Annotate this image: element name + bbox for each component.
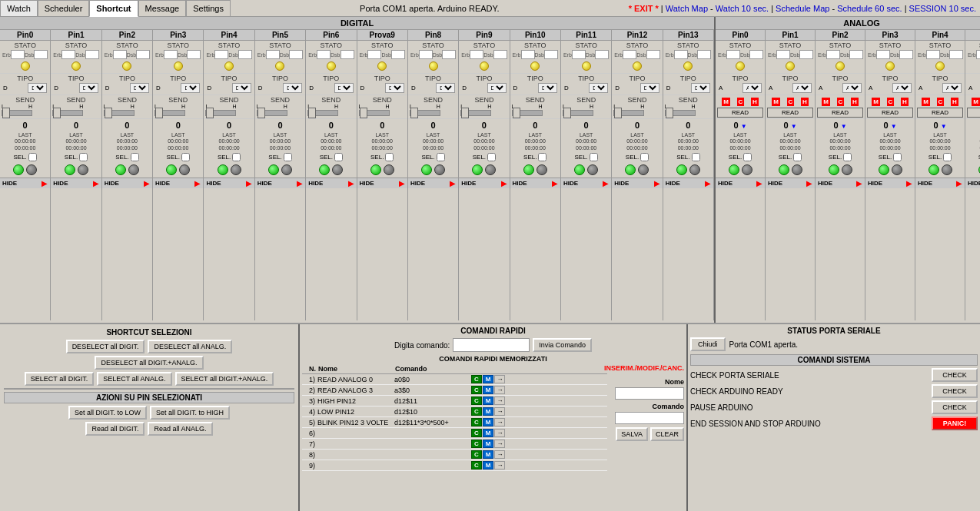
- tipo-select-12[interactable]: DP: [640, 83, 659, 93]
- sistema-btn-0[interactable]: CHECK: [932, 368, 978, 382]
- c-btn-1[interactable]: C: [471, 386, 482, 394]
- send-slider-7[interactable]: [359, 110, 390, 116]
- watch-map-link[interactable]: Watch Map: [666, 4, 708, 13]
- dsb-input-0[interactable]: [34, 50, 48, 59]
- asel-check-2[interactable]: [843, 153, 852, 161]
- select-analg-btn[interactable]: SELECT all ANALG.: [97, 372, 171, 386]
- aread-btn-5[interactable]: READ: [967, 108, 980, 118]
- asel-check-4[interactable]: [943, 153, 952, 161]
- arrow-btn-6[interactable]: →: [494, 440, 505, 448]
- tab-shortcut[interactable]: Shortcut: [89, 0, 138, 17]
- sel-check-10[interactable]: [538, 153, 546, 161]
- dsb-input-6[interactable]: [341, 50, 354, 59]
- dsb-input-2[interactable]: [136, 50, 150, 59]
- sel-check-1[interactable]: [79, 153, 88, 161]
- select-both-btn[interactable]: SELECT all DIGIT.+ANALG.: [175, 372, 274, 386]
- tipo-select-10[interactable]: DP: [538, 83, 557, 93]
- aread-btn-3[interactable]: READ: [867, 108, 913, 118]
- sel-check-12[interactable]: [640, 153, 649, 161]
- set-low-btn[interactable]: Set all DIGIT. to LOW: [68, 406, 147, 420]
- send-slider-9[interactable]: [460, 110, 491, 116]
- invia-btn[interactable]: Invia Comando: [533, 338, 592, 352]
- atipo-select-2[interactable]: AD: [842, 83, 862, 93]
- tipo-select-13[interactable]: DP: [691, 83, 710, 93]
- m-btn-3[interactable]: M: [483, 407, 494, 416]
- send-slider-1[interactable]: [52, 110, 83, 116]
- aerb-input-4[interactable]: [926, 50, 940, 59]
- deselect-digit-btn[interactable]: DESELECT all DIGIT.: [66, 340, 145, 353]
- arrow-btn-5[interactable]: →: [494, 429, 505, 437]
- c-btn-3[interactable]: C: [471, 407, 482, 416]
- dsb-input-1[interactable]: [85, 50, 99, 59]
- arrow-btn-1[interactable]: →: [494, 386, 505, 394]
- atipo-select-4[interactable]: AD: [942, 83, 962, 93]
- tipo-select-7[interactable]: DP: [385, 83, 404, 93]
- erb-input-8[interactable]: [419, 50, 433, 59]
- deselect-analg-btn[interactable]: DESELECT all ANALG.: [148, 340, 232, 353]
- session-10-link[interactable]: SESSION 10 sec.: [909, 4, 976, 13]
- m-btn-6[interactable]: M: [483, 440, 494, 448]
- sel-check-8[interactable]: [437, 153, 445, 161]
- erb-input-3[interactable]: [164, 50, 178, 59]
- aread-btn-0[interactable]: READ: [717, 108, 763, 118]
- tab-message[interactable]: Message: [138, 0, 187, 17]
- erb-input-5[interactable]: [266, 50, 280, 59]
- erb-input-6[interactable]: [317, 50, 331, 59]
- sistema-btn-2[interactable]: CHECK: [932, 400, 978, 414]
- m-btn-7[interactable]: M: [483, 450, 494, 459]
- sel-check-5[interactable]: [284, 153, 292, 161]
- m-btn-4[interactable]: M: [483, 418, 494, 426]
- dsb-input-10[interactable]: [544, 50, 558, 59]
- dsb-input-9[interactable]: [493, 50, 507, 59]
- m-btn-5[interactable]: M: [483, 429, 494, 437]
- tipo-select-8[interactable]: DP: [436, 83, 455, 93]
- c-btn-8[interactable]: C: [471, 461, 482, 470]
- aerb-input-2[interactable]: [826, 50, 840, 59]
- send-slider-10[interactable]: [512, 110, 543, 116]
- dsb-input-8[interactable]: [442, 50, 456, 59]
- dsb-input-5[interactable]: [289, 50, 303, 59]
- adsb-input-0[interactable]: [749, 50, 763, 59]
- asel-check-3[interactable]: [893, 153, 902, 161]
- sel-check-9[interactable]: [487, 153, 496, 161]
- c-btn-5[interactable]: C: [471, 429, 482, 437]
- tipo-select-11[interactable]: DP: [589, 83, 608, 93]
- tipo-select-1[interactable]: DP: [79, 83, 98, 93]
- clear-btn[interactable]: CLEAR: [650, 427, 684, 441]
- send-slider-12[interactable]: [613, 110, 644, 116]
- tipo-select-5[interactable]: DP: [283, 83, 302, 93]
- comando-input[interactable]: [615, 412, 684, 424]
- exit-link[interactable]: * EXIT *: [629, 4, 659, 13]
- adsb-input-4[interactable]: [949, 50, 963, 59]
- erb-input-13[interactable]: [674, 50, 688, 59]
- dsb-input-3[interactable]: [187, 50, 201, 59]
- deselect-both-btn[interactable]: DESELECT all DIGIT.+ANALG.: [95, 356, 203, 370]
- atipo-select-0[interactable]: AD: [742, 83, 762, 93]
- sel-check-0[interactable]: [28, 153, 37, 161]
- dsb-input-4[interactable]: [238, 50, 252, 59]
- send-slider-11[interactable]: [563, 110, 593, 116]
- sel-check-6[interactable]: [334, 153, 343, 161]
- send-slider-4[interactable]: [205, 110, 236, 116]
- tab-watch[interactable]: Watch: [0, 0, 38, 17]
- m-btn-8[interactable]: M: [483, 461, 494, 470]
- adsb-input-2[interactable]: [849, 50, 863, 59]
- tipo-select-9[interactable]: DP: [487, 83, 507, 93]
- schedule-60-link[interactable]: Schedule 60 sec.: [837, 4, 902, 13]
- aerb-input-1[interactable]: [776, 50, 790, 59]
- cmd-input-field[interactable]: [453, 338, 530, 352]
- send-slider-5[interactable]: [257, 110, 287, 116]
- erb-input-11[interactable]: [572, 50, 586, 59]
- send-slider-13[interactable]: [665, 110, 696, 116]
- tipo-select-6[interactable]: DP: [334, 83, 354, 93]
- aread-btn-1[interactable]: READ: [767, 108, 813, 118]
- send-slider-3[interactable]: [154, 110, 185, 116]
- c-btn-0[interactable]: C: [471, 375, 482, 383]
- salva-btn[interactable]: SALVA: [616, 427, 648, 441]
- m-btn-1[interactable]: M: [483, 386, 494, 394]
- erb-input-7[interactable]: [367, 50, 381, 59]
- inserim-link[interactable]: INSERIM./MODIF./CANC.: [604, 364, 684, 372]
- erb-input-0[interactable]: [11, 50, 25, 59]
- erb-input-1[interactable]: [61, 50, 75, 59]
- sel-check-11[interactable]: [590, 153, 598, 161]
